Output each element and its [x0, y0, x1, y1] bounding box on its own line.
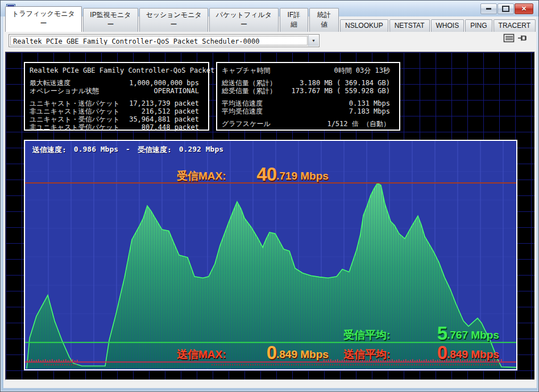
traffic-plot: 送信速度: 0.986 Mbps - 受信速度: 0.292 Mbps 受信MA… — [25, 141, 516, 369]
info-row: 総受信量（累計）173.767 MB ( 559.928 GB) — [217, 87, 399, 95]
tab-0[interactable]: トラフィックモニター — [5, 6, 82, 32]
maximize-button[interactable] — [497, 3, 514, 14]
info-row: 平均送信速度0.131 Mbps — [217, 99, 399, 107]
adapter-combobox-value: Realtek PCIe GBE Family Controller-QoS P… — [10, 36, 308, 45]
info-row-value: 807,448 packet — [142, 123, 204, 131]
adapter-info-title: Realtek PCIe GBE Family Controller-QoS P… — [25, 63, 208, 74]
info-row-label: 平均送信速度 — [222, 99, 263, 107]
tab-9[interactable]: PING — [465, 19, 492, 32]
send-avg-label: 送信平均: — [343, 348, 433, 360]
info-row-label: 最大転送速度 — [30, 79, 71, 87]
send-max-unit: Mbps — [297, 348, 329, 360]
list-icon — [503, 34, 515, 43]
minimize-button[interactable] — [480, 3, 497, 14]
info-row-value: OPERATIONAL — [154, 87, 204, 95]
tab-7[interactable]: NETSTAT — [389, 19, 430, 32]
info-row-label: キャプチャ時間 — [222, 66, 270, 74]
app-window: TCP Monitor Plus ✕ トラフィックモニターIP監視モニターセッシ… — [0, 0, 539, 392]
minimize-icon — [486, 8, 491, 10]
info-row: ユニキャスト・送信パケット17,213,739 packet — [25, 99, 208, 107]
info-row-label: ユニキャスト・受信パケット — [30, 115, 120, 123]
recv-avg-frac: .767 — [447, 329, 468, 341]
close-icon: ✕ — [521, 5, 526, 12]
monitor-client-area: Realtek PCIe GBE Family Controller-QoS P… — [5, 52, 535, 380]
recv-speed-value: 0.292 Mbps — [179, 145, 223, 155]
panel-list-button[interactable] — [503, 34, 515, 44]
tab-6[interactable]: NSLOOKUP — [340, 19, 388, 32]
recv-avg-label: 受信平均: — [343, 329, 433, 341]
send-max-frac: .849 — [276, 348, 297, 360]
tab-1[interactable]: IP監視モニター — [83, 8, 138, 32]
tab-10[interactable]: TRACERT — [494, 19, 536, 32]
info-row-label: オペレーショナル状態 — [30, 87, 99, 95]
recv-avg-int: 5 — [433, 326, 447, 341]
info-row: ユニキャスト・受信パケット35,964,881 packet — [25, 115, 208, 123]
info-row-label: 非ユニキャスト受信パケット — [30, 123, 120, 131]
send-avg-int: 0 — [433, 345, 447, 360]
recv-max-label: 受信MAX: — [177, 170, 251, 182]
send-speed-label: 送信速度: — [32, 145, 67, 155]
send-max-int: 0 — [251, 345, 276, 360]
info-row: 総送信量（累計）3.180 MB ( 369.184 GB) — [217, 79, 399, 87]
info-row-label: ユニキャスト・送信パケット — [30, 99, 120, 107]
info-row-value: 17,213,739 packet — [129, 99, 204, 107]
info-row-label: 平均受信速度 — [222, 107, 263, 115]
info-row-label: グラフスケール — [222, 120, 271, 128]
info-row: 最大転送速度1,000,000,000 bps — [25, 79, 208, 87]
info-row: オペレーショナル状態OPERATIONAL — [25, 87, 208, 95]
tab-4[interactable]: IF詳細 — [280, 8, 309, 32]
send-max-label: 送信MAX: — [177, 348, 251, 360]
send-avg-overlay: 送信平均:0.849 Mbps — [343, 341, 499, 360]
tab-3[interactable]: パケットフィルター — [209, 8, 278, 32]
send-avg-unit: Mbps — [468, 348, 499, 360]
info-row-value: 35,964,881 packet — [129, 115, 204, 123]
tab-2[interactable]: セッションモニター — [139, 8, 208, 32]
recv-max-frac: .719 — [276, 170, 297, 182]
info-row-label: 総受信量（累計） — [222, 87, 276, 95]
info-row-value: 1/512 倍 （自動） — [327, 120, 395, 128]
info-row-label: 非ユニキャスト送信パケット — [30, 107, 120, 115]
info-row-value: 7.183 Mbps — [349, 107, 395, 115]
info-row-label: 総送信量（累計） — [222, 79, 276, 87]
info-row-value: 3.180 MB ( 369.184 GB) — [300, 79, 395, 87]
capture-stats-panel: キャプチャ時間0時間 03分 13秒総送信量（累計）3.180 MB ( 369… — [216, 62, 400, 131]
capture-stats-rows: キャプチャ時間0時間 03分 13秒総送信量（累計）3.180 MB ( 369… — [217, 66, 399, 128]
send-speed-value: 0.986 Mbps — [74, 145, 118, 155]
send-avg-frac: .849 — [447, 348, 468, 360]
pin-icon — [517, 34, 528, 43]
tab-8[interactable]: WHOIS — [431, 19, 465, 32]
adapter-info-panel: Realtek PCIe GBE Family Controller-QoS P… — [24, 62, 209, 131]
info-row: グラフスケール1/512 倍 （自動） — [217, 120, 399, 128]
send-max-overlay: 送信MAX:0.849 Mbps — [177, 341, 329, 360]
info-row-value: 216,512 packet — [142, 107, 204, 115]
recv-speed-label: 受信速度: — [138, 145, 172, 155]
tab-5[interactable]: 統計値 — [309, 8, 339, 32]
close-button[interactable]: ✕ — [515, 3, 533, 14]
current-speed-header: 送信速度: 0.986 Mbps - 受信速度: 0.292 Mbps — [32, 145, 223, 155]
maximize-icon — [502, 6, 509, 12]
recv-avg-overlay: 受信平均:5.767 Mbps — [343, 322, 499, 341]
recv-max-overlay: 受信MAX:40.719 Mbps — [177, 162, 329, 182]
info-row-value: 0.131 Mbps — [349, 99, 395, 107]
tab-bar: トラフィックモニターIP監視モニターセッションモニターパケットフィルターIF詳細… — [5, 18, 537, 32]
info-row: キャプチャ時間0時間 03分 13秒 — [217, 66, 399, 74]
recv-max-unit: Mbps — [297, 170, 329, 182]
info-row-value: 173.767 MB ( 559.928 GB) — [292, 87, 395, 95]
pin-button[interactable] — [517, 34, 528, 44]
adapter-combobox[interactable]: Realtek PCIe GBE Family Controller-QoS P… — [9, 34, 320, 47]
chevron-down-icon[interactable]: ▼ — [308, 35, 318, 46]
info-row: 非ユニキャスト受信パケット807,448 packet — [25, 123, 208, 131]
info-row: 平均受信速度7.183 Mbps — [217, 107, 399, 115]
info-row-value: 1,000,000,000 bps — [129, 79, 204, 87]
info-row-value: 0時間 03分 13秒 — [334, 66, 395, 74]
adapter-info-rows: 最大転送速度1,000,000,000 bpsオペレーショナル状態OPERATI… — [25, 79, 208, 131]
recv-avg-unit: Mbps — [468, 329, 499, 341]
traffic-graph-panel: 送信速度: 0.986 Mbps - 受信速度: 0.292 Mbps 受信MA… — [24, 140, 517, 370]
recv-max-int: 40 — [251, 166, 276, 182]
speed-separator: - — [126, 145, 130, 155]
info-row: 非ユニキャスト送信パケット216,512 packet — [25, 107, 208, 115]
